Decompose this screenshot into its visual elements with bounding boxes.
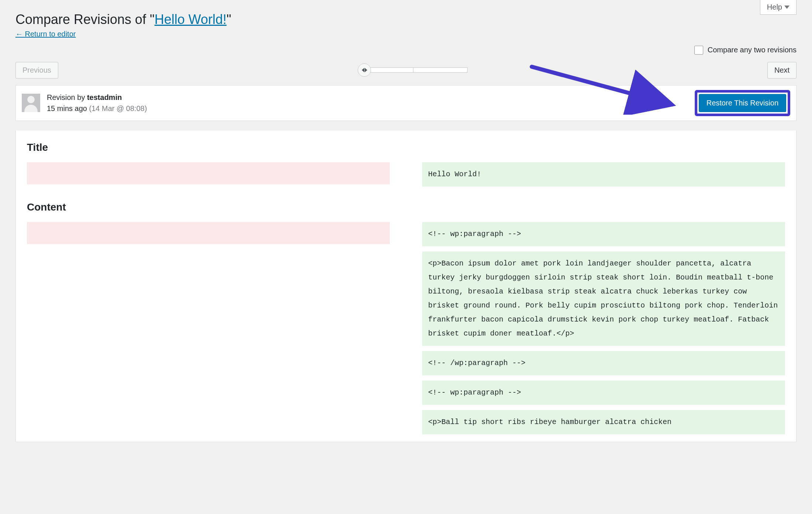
- revision-date: (14 Mar @ 08:08): [89, 104, 147, 112]
- diff-title-heading: Title: [27, 142, 785, 153]
- post-title-link[interactable]: Hello World!: [155, 12, 226, 27]
- content-removed-block: [27, 222, 390, 244]
- revision-by-prefix: Revision by: [47, 93, 87, 101]
- page-title-prefix: Compare Revisions of ": [15, 12, 155, 27]
- compare-any-label: Compare any two revisions: [708, 46, 797, 54]
- compare-any-checkbox[interactable]: [694, 46, 703, 55]
- restore-this-revision-button[interactable]: Restore This Revision: [699, 94, 786, 112]
- revision-time-line: 15 mins ago (14 Mar @ 08:08): [47, 103, 147, 114]
- title-added-block: Hello World!: [422, 162, 785, 187]
- restore-highlight: Restore This Revision: [695, 90, 790, 116]
- return-to-editor-link[interactable]: ← Return to editor: [15, 30, 76, 38]
- revision-slider[interactable]: [358, 63, 468, 77]
- next-button[interactable]: Next: [767, 62, 797, 79]
- arrow-left-icon: [362, 68, 364, 72]
- content-added-block: <!-- /wp:paragraph -->: [422, 351, 785, 375]
- diff-content-heading: Content: [27, 201, 785, 213]
- content-added-block: <!-- wp:paragraph -->: [422, 222, 785, 246]
- slider-track[interactable]: [368, 67, 468, 73]
- revision-info-bar: Revision by testadmin 15 mins ago (14 Ma…: [15, 85, 797, 121]
- revision-author-line: Revision by testadmin: [47, 92, 147, 103]
- content-added-block: <!-- wp:paragraph -->: [422, 381, 785, 405]
- help-tab[interactable]: Help: [760, 0, 797, 15]
- avatar: [22, 94, 40, 112]
- arrow-right-icon: [365, 68, 367, 72]
- slider-handle[interactable]: [358, 63, 371, 77]
- title-removed-block: [27, 162, 390, 184]
- content-added-block: <p>Bacon ipsum dolor amet pork loin land…: [422, 251, 785, 346]
- slider-tick: [413, 68, 413, 72]
- chevron-down-icon: [784, 6, 790, 9]
- revision-author: testadmin: [87, 93, 122, 101]
- revision-ago: 15 mins ago: [47, 104, 87, 112]
- page-title-suffix: ": [226, 12, 231, 27]
- help-label: Help: [767, 3, 782, 11]
- content-added-block: <p>Ball tip short ribs ribeye hamburger …: [422, 410, 785, 434]
- page-title: Compare Revisions of "Hello World!": [15, 4, 797, 30]
- previous-button[interactable]: Previous: [15, 62, 58, 79]
